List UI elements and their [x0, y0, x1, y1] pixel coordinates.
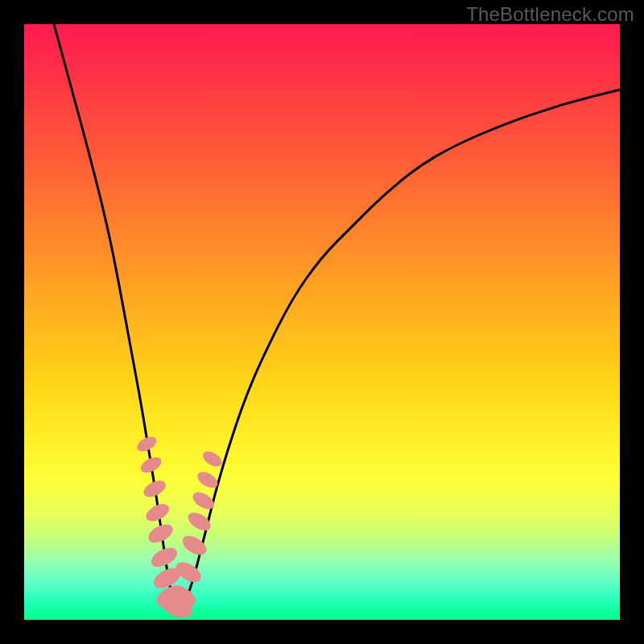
marker	[200, 448, 225, 469]
bottleneck-curve	[54, 24, 620, 608]
watermark-text: TheBottleneck.com	[466, 3, 634, 26]
chart-frame: TheBottleneck.com	[0, 0, 644, 644]
curve-layer	[24, 24, 620, 620]
marker-cluster	[134, 434, 224, 620]
plot-area	[24, 24, 620, 620]
